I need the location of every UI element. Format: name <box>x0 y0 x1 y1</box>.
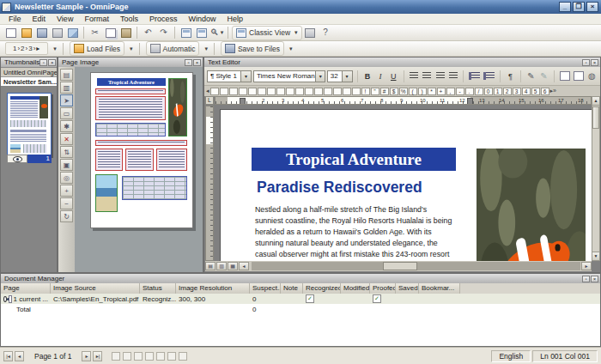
formatted-text-view-button[interactable]: ▥ <box>216 262 227 270</box>
minimize-button[interactable]: _ <box>559 2 571 12</box>
tab-stop-selector[interactable]: L <box>205 96 214 105</box>
column-header-proofed[interactable]: Proofed <box>370 283 396 294</box>
column-header-note[interactable]: Note <box>281 283 303 294</box>
open-button[interactable] <box>19 27 33 39</box>
palette-char[interactable]: 1 <box>494 88 502 95</box>
font-dropdown[interactable]: Times New Roman▾ <box>253 70 325 82</box>
menu-view[interactable]: View <box>52 14 78 24</box>
menu-process[interactable]: Process <box>144 14 183 24</box>
palette-char[interactable] <box>248 88 257 95</box>
save-to-files-button[interactable]: Save to Files <box>221 41 284 56</box>
reorder-zone-button[interactable]: ⇅ <box>60 146 73 158</box>
table-row[interactable]: Total0 <box>1 304 600 314</box>
column-header-image-source[interactable]: Image Source <box>51 283 140 294</box>
column-header-image-resolution[interactable]: Image Resolution <box>176 283 250 294</box>
palette-char[interactable]: $ <box>390 88 398 95</box>
vertical-ruler[interactable] <box>205 106 214 261</box>
palette-scroll-right-icon[interactable]: ▸» <box>550 88 556 94</box>
palette-char[interactable]: , <box>446 88 455 95</box>
palette-char[interactable] <box>267 88 276 95</box>
text-editor-canvas[interactable]: Tropical Adventure Paradise Rediscovered… <box>215 106 592 261</box>
palette-char[interactable] <box>333 88 342 95</box>
scroll-thumb[interactable] <box>592 106 599 129</box>
numbered-list-button[interactable] <box>483 70 495 82</box>
panel-close-icon[interactable]: × <box>193 59 201 66</box>
palette-char[interactable]: . <box>465 88 474 95</box>
palette-char[interactable]: " <box>371 88 379 95</box>
view-toggle-icon-4[interactable] <box>145 352 154 361</box>
recognized-page[interactable]: Tropical Adventure Paradise Rediscovered… <box>220 109 592 261</box>
first-page-button[interactable]: |◂ <box>3 351 13 361</box>
panel-close-icon[interactable]: × <box>48 59 56 66</box>
no-formatting-button[interactable] <box>573 70 585 82</box>
last-page-button[interactable]: ▸| <box>93 351 102 361</box>
panel-minimize-icon[interactable]: ▫ <box>39 59 47 66</box>
show-formatting-button[interactable]: ¶ <box>505 70 516 82</box>
column-header-recognized[interactable]: Recognized <box>303 283 341 294</box>
cut-button[interactable]: ✂ <box>88 27 102 39</box>
palette-char[interactable]: * <box>428 88 436 95</box>
workflow-dropdown-arrow[interactable]: ▾ <box>53 46 57 52</box>
palette-char[interactable] <box>352 88 361 95</box>
palette-scroll-left-icon[interactable]: ◂ <box>206 88 209 94</box>
process-zone-button[interactable]: ✱ <box>60 120 73 132</box>
article-body[interactable]: Nestled along a half-mile stretch of The… <box>255 204 454 261</box>
align-left-button[interactable] <box>409 70 420 82</box>
select-zone-button[interactable]: ➤ <box>60 94 73 106</box>
panel-minimize-icon[interactable]: ▫ <box>582 59 590 66</box>
palette-char[interactable]: + <box>437 88 446 95</box>
load-files-dropdown[interactable]: ▾ <box>130 46 133 52</box>
panel-close-icon[interactable]: × <box>591 59 598 66</box>
undo-button[interactable]: ↶ <box>141 27 155 39</box>
bullet-list-button[interactable] <box>468 70 481 82</box>
bold-button[interactable]: B <box>361 70 373 82</box>
page-thumbnail[interactable] <box>7 93 52 156</box>
ocr-dropdown[interactable]: ▾ <box>204 46 208 52</box>
panel-close-icon[interactable]: × <box>591 276 598 282</box>
delete-zone-button[interactable]: ✕ <box>60 133 73 145</box>
rotate-page-button[interactable]: ↻ <box>60 210 73 222</box>
scroll-down-icon[interactable]: ▼ <box>592 252 599 260</box>
paste-button[interactable] <box>118 27 133 39</box>
menu-format[interactable]: Format <box>79 14 114 24</box>
vertical-scrollbar[interactable]: ▲ ▼ <box>592 96 600 261</box>
web-view-button[interactable]: ◍ <box>586 70 598 82</box>
next-page-button[interactable]: ▸ <box>82 351 91 361</box>
view-toggle-icon-2[interactable] <box>123 352 131 361</box>
view-mode-dropdown[interactable]: Classic View ▾ <box>232 26 302 40</box>
align-center-button[interactable] <box>422 70 433 82</box>
view-toggle-icon-7[interactable] <box>179 352 187 361</box>
align-justify-button[interactable] <box>447 70 458 82</box>
italic-button[interactable]: I <box>375 70 386 82</box>
palette-char[interactable]: 3 <box>513 88 521 95</box>
zoom-out-button[interactable]: − <box>60 197 73 209</box>
menu-edit[interactable]: Edit <box>27 14 52 24</box>
scroll-right-icon[interactable]: ▸ <box>581 262 592 270</box>
column-header-page[interactable]: Page <box>1 283 51 294</box>
zoom-in-button[interactable]: + <box>60 185 73 197</box>
palette-char[interactable] <box>258 88 266 95</box>
zone-photo-clownfish[interactable] <box>168 78 187 136</box>
zone-headline[interactable] <box>95 88 166 94</box>
column-header-bookmar-[interactable]: Bookmar... <box>419 283 460 294</box>
view-toggle-icon-6[interactable] <box>167 352 176 361</box>
palette-char[interactable] <box>239 88 247 95</box>
style-dropdown[interactable]: ¶ Style 1▾ <box>207 70 252 82</box>
palette-char[interactable]: / <box>475 88 483 95</box>
column-header-modified[interactable]: Modified <box>341 283 370 294</box>
panel-minimize-icon[interactable]: ▫ <box>185 59 192 66</box>
palette-char[interactable]: 5 <box>531 88 540 95</box>
proofread-button[interactable]: ✎ <box>525 70 537 82</box>
menu-help[interactable]: Help <box>222 14 248 24</box>
palette-char[interactable]: ( <box>409 88 417 95</box>
page-image-preview[interactable]: Tropical Adventure <box>90 72 193 228</box>
palette-char[interactable] <box>210 88 219 95</box>
zone-table-2[interactable] <box>122 176 187 200</box>
palette-char[interactable] <box>343 88 351 95</box>
palette-char[interactable] <box>220 88 228 95</box>
column-header-status[interactable]: Status <box>140 283 176 294</box>
workflow-steps-button[interactable]: 1›2›3›▸ <box>5 42 48 55</box>
palette-char[interactable] <box>314 88 323 95</box>
verify-text-button[interactable]: ✎ <box>538 70 549 82</box>
zone-column-3[interactable] <box>156 149 187 171</box>
